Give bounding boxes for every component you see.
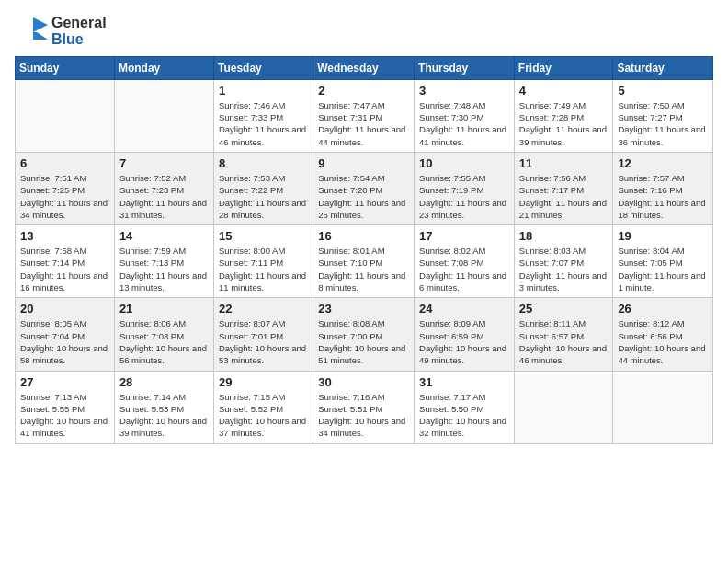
day-detail: Sunrise: 8:08 AM Sunset: 7:00 PM Dayligh… xyxy=(318,317,409,366)
day-detail: Sunrise: 7:51 AM Sunset: 7:25 PM Dayligh… xyxy=(20,172,109,221)
calendar-cell: 13Sunrise: 7:58 AM Sunset: 7:14 PM Dayli… xyxy=(16,225,115,298)
day-detail: Sunrise: 7:46 AM Sunset: 7:33 PM Dayligh… xyxy=(219,99,308,148)
day-detail: Sunrise: 7:14 AM Sunset: 5:53 PM Dayligh… xyxy=(119,391,209,440)
day-detail: Sunrise: 7:54 AM Sunset: 7:20 PM Dayligh… xyxy=(318,172,409,221)
day-number: 26 xyxy=(618,302,708,316)
calendar-cell xyxy=(114,79,213,152)
day-number: 8 xyxy=(219,156,308,170)
weekday-header-thursday: Thursday xyxy=(415,56,515,79)
day-number: 10 xyxy=(419,156,509,170)
day-detail: Sunrise: 8:06 AM Sunset: 7:03 PM Dayligh… xyxy=(119,317,209,366)
calendar-cell: 20Sunrise: 8:05 AM Sunset: 7:04 PM Dayli… xyxy=(16,298,115,371)
day-number: 7 xyxy=(119,156,209,170)
calendar-cell: 31Sunrise: 7:17 AM Sunset: 5:50 PM Dayli… xyxy=(415,371,515,443)
calendar-row-2: 13Sunrise: 7:58 AM Sunset: 7:14 PM Dayli… xyxy=(16,225,713,298)
day-detail: Sunrise: 7:15 AM Sunset: 5:52 PM Dayligh… xyxy=(219,391,308,440)
day-detail: Sunrise: 8:05 AM Sunset: 7:04 PM Dayligh… xyxy=(20,317,109,366)
day-number: 1 xyxy=(219,84,308,98)
day-detail: Sunrise: 7:17 AM Sunset: 5:50 PM Dayligh… xyxy=(419,391,509,440)
day-detail: Sunrise: 8:11 AM Sunset: 6:57 PM Dayligh… xyxy=(519,317,609,366)
day-detail: Sunrise: 8:02 AM Sunset: 7:08 PM Dayligh… xyxy=(419,245,509,293)
calendar-cell: 3Sunrise: 7:48 AM Sunset: 7:30 PM Daylig… xyxy=(415,79,515,152)
day-number: 12 xyxy=(618,156,708,170)
day-detail: Sunrise: 8:07 AM Sunset: 7:01 PM Dayligh… xyxy=(219,317,308,366)
day-detail: Sunrise: 7:53 AM Sunset: 7:22 PM Dayligh… xyxy=(219,172,308,221)
calendar-cell: 25Sunrise: 8:11 AM Sunset: 6:57 PM Dayli… xyxy=(514,298,613,371)
calendar-cell: 24Sunrise: 8:09 AM Sunset: 6:59 PM Dayli… xyxy=(415,298,515,371)
calendar-row-0: 1Sunrise: 7:46 AM Sunset: 7:33 PM Daylig… xyxy=(16,79,713,152)
calendar-cell: 2Sunrise: 7:47 AM Sunset: 7:31 PM Daylig… xyxy=(313,79,415,152)
calendar-cell: 11Sunrise: 7:56 AM Sunset: 7:17 PM Dayli… xyxy=(514,152,613,224)
day-number: 11 xyxy=(519,156,609,170)
day-detail: Sunrise: 7:47 AM Sunset: 7:31 PM Dayligh… xyxy=(318,99,409,148)
day-detail: Sunrise: 7:59 AM Sunset: 7:13 PM Dayligh… xyxy=(119,245,209,293)
day-detail: Sunrise: 8:04 AM Sunset: 7:05 PM Dayligh… xyxy=(618,245,708,293)
calendar-cell xyxy=(613,371,713,443)
day-detail: Sunrise: 7:16 AM Sunset: 5:51 PM Dayligh… xyxy=(318,391,409,440)
day-detail: Sunrise: 7:55 AM Sunset: 7:19 PM Dayligh… xyxy=(419,172,509,221)
day-number: 23 xyxy=(318,302,409,316)
logo-blue: Blue xyxy=(51,31,107,48)
day-detail: Sunrise: 8:01 AM Sunset: 7:10 PM Dayligh… xyxy=(318,245,409,293)
calendar-table: SundayMondayTuesdayWednesdayThursdayFrid… xyxy=(15,56,713,444)
day-detail: Sunrise: 8:00 AM Sunset: 7:11 PM Dayligh… xyxy=(219,245,308,293)
day-number: 9 xyxy=(318,156,409,170)
day-number: 30 xyxy=(318,375,409,389)
day-number: 2 xyxy=(318,84,409,98)
day-number: 27 xyxy=(20,375,109,389)
day-number: 4 xyxy=(519,84,609,98)
header: GeneralBlue xyxy=(15,15,713,49)
calendar-cell: 17Sunrise: 8:02 AM Sunset: 7:08 PM Dayli… xyxy=(415,225,515,298)
weekday-header-saturday: Saturday xyxy=(613,56,713,79)
logo-icon xyxy=(15,17,48,45)
svg-marker-0 xyxy=(33,17,48,40)
calendar-cell: 19Sunrise: 8:04 AM Sunset: 7:05 PM Dayli… xyxy=(613,225,713,298)
weekday-header-friday: Friday xyxy=(514,56,613,79)
page-container: GeneralBlue SundayMondayTuesdayWednesday… xyxy=(0,0,728,454)
logo-general: General xyxy=(51,15,107,31)
day-detail: Sunrise: 7:58 AM Sunset: 7:14 PM Dayligh… xyxy=(20,245,109,293)
day-number: 13 xyxy=(20,229,109,243)
day-detail: Sunrise: 8:03 AM Sunset: 7:07 PM Dayligh… xyxy=(519,245,609,293)
day-detail: Sunrise: 7:48 AM Sunset: 7:30 PM Dayligh… xyxy=(419,99,509,148)
day-number: 14 xyxy=(119,229,209,243)
day-number: 20 xyxy=(20,302,109,316)
day-detail: Sunrise: 7:57 AM Sunset: 7:16 PM Dayligh… xyxy=(618,172,708,221)
weekday-header-wednesday: Wednesday xyxy=(313,56,415,79)
day-number: 17 xyxy=(419,229,509,243)
day-detail: Sunrise: 8:09 AM Sunset: 6:59 PM Dayligh… xyxy=(419,317,509,366)
calendar-cell: 30Sunrise: 7:16 AM Sunset: 5:51 PM Dayli… xyxy=(313,371,415,443)
day-number: 22 xyxy=(219,302,308,316)
calendar-cell: 10Sunrise: 7:55 AM Sunset: 7:19 PM Dayli… xyxy=(415,152,515,224)
calendar-row-1: 6Sunrise: 7:51 AM Sunset: 7:25 PM Daylig… xyxy=(16,152,713,224)
day-number: 15 xyxy=(219,229,308,243)
day-detail: Sunrise: 7:56 AM Sunset: 7:17 PM Dayligh… xyxy=(519,172,609,221)
day-number: 21 xyxy=(119,302,209,316)
calendar-cell xyxy=(16,79,115,152)
day-number: 25 xyxy=(519,302,609,316)
calendar-cell: 28Sunrise: 7:14 AM Sunset: 5:53 PM Dayli… xyxy=(114,371,213,443)
calendar-cell: 1Sunrise: 7:46 AM Sunset: 7:33 PM Daylig… xyxy=(213,79,313,152)
day-detail: Sunrise: 7:50 AM Sunset: 7:27 PM Dayligh… xyxy=(618,99,708,148)
calendar-cell: 7Sunrise: 7:52 AM Sunset: 7:23 PM Daylig… xyxy=(114,152,213,224)
weekday-header-monday: Monday xyxy=(114,56,213,79)
calendar-cell: 26Sunrise: 8:12 AM Sunset: 6:56 PM Dayli… xyxy=(613,298,713,371)
day-detail: Sunrise: 7:52 AM Sunset: 7:23 PM Dayligh… xyxy=(119,172,209,221)
day-number: 19 xyxy=(618,229,708,243)
day-number: 18 xyxy=(519,229,609,243)
calendar-cell: 9Sunrise: 7:54 AM Sunset: 7:20 PM Daylig… xyxy=(313,152,415,224)
header-row: SundayMondayTuesdayWednesdayThursdayFrid… xyxy=(16,56,713,79)
calendar-cell: 5Sunrise: 7:50 AM Sunset: 7:27 PM Daylig… xyxy=(613,79,713,152)
calendar-cell: 12Sunrise: 7:57 AM Sunset: 7:16 PM Dayli… xyxy=(613,152,713,224)
day-number: 28 xyxy=(119,375,209,389)
calendar-cell xyxy=(514,371,613,443)
weekday-header-sunday: Sunday xyxy=(16,56,115,79)
calendar-cell: 22Sunrise: 8:07 AM Sunset: 7:01 PM Dayli… xyxy=(213,298,313,371)
day-detail: Sunrise: 8:12 AM Sunset: 6:56 PM Dayligh… xyxy=(618,317,708,366)
day-number: 24 xyxy=(419,302,509,316)
calendar-cell: 29Sunrise: 7:15 AM Sunset: 5:52 PM Dayli… xyxy=(213,371,313,443)
calendar-cell: 14Sunrise: 7:59 AM Sunset: 7:13 PM Dayli… xyxy=(114,225,213,298)
calendar-cell: 27Sunrise: 7:13 AM Sunset: 5:55 PM Dayli… xyxy=(16,371,115,443)
logo: GeneralBlue xyxy=(15,15,107,49)
calendar-cell: 18Sunrise: 8:03 AM Sunset: 7:07 PM Dayli… xyxy=(514,225,613,298)
